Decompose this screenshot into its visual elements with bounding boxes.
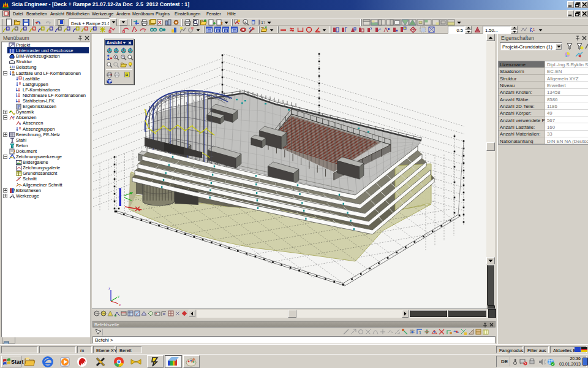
svg-text:x: x [119, 303, 121, 307]
svg-text:1: 1 [533, 28, 535, 31]
svg-text:z: z [108, 286, 110, 290]
svg-text:B: B [126, 72, 129, 77]
svg-text:1: 1 [419, 331, 421, 335]
svg-text:1?: 1? [261, 20, 265, 25]
svg-text:y: y [118, 294, 119, 298]
